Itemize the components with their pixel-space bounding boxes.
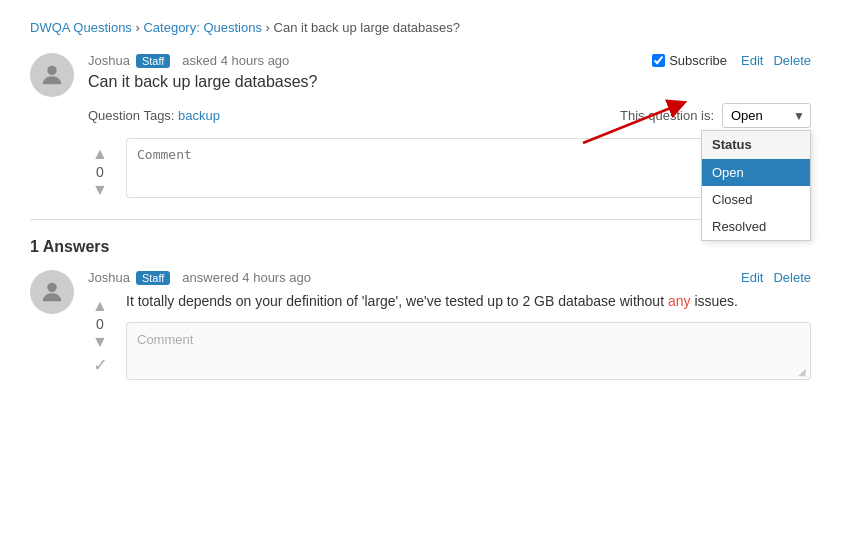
answer-edit-link[interactable]: Edit	[741, 270, 763, 285]
answer-staff-badge: Staff	[136, 271, 170, 285]
answer-comment-wrapper: Comment ◢	[126, 322, 811, 380]
answer-vote-count: 0	[96, 316, 104, 332]
question-edit-link[interactable]: Edit	[741, 53, 763, 68]
tags-label: Question Tags:	[88, 108, 174, 123]
answer-meta-left: Joshua Staff answered 4 hours ago	[88, 270, 311, 285]
subscribe-text: Subscribe	[669, 53, 727, 68]
answer-vote-col: ▲ 0 ▼ ✓	[88, 298, 112, 376]
answer-text-highlight: any	[668, 293, 691, 309]
question-meta-left: Joshua Staff asked 4 hours ago	[88, 53, 289, 68]
question-vote-col: ▲ 0 ▼	[88, 146, 112, 198]
answer-author-name: Joshua	[88, 270, 130, 285]
answer-meta-row: Joshua Staff answered 4 hours ago Edit D…	[88, 270, 811, 285]
answer-comment-placeholder: Comment	[137, 332, 193, 347]
breadcrumb-dwqa[interactable]: DWQA Questions	[30, 20, 132, 35]
breadcrumb-current: Can it back up large databases?	[274, 20, 460, 35]
question-author-name: Joshua	[88, 53, 130, 68]
answer-text-before: It totally depends on your definition of…	[126, 293, 668, 309]
question-delete-link[interactable]: Delete	[773, 53, 811, 68]
answer-delete-link[interactable]: Delete	[773, 270, 811, 285]
answer-text: It totally depends on your definition of…	[126, 290, 811, 312]
question-author-avatar	[30, 53, 74, 97]
question-meta-row: Joshua Staff asked 4 hours ago Subscribe…	[88, 53, 811, 68]
question-post-content: Joshua Staff asked 4 hours ago Subscribe…	[88, 53, 811, 201]
answer-user-icon	[38, 278, 66, 306]
question-staff-badge: Staff	[136, 54, 170, 68]
tag-backup[interactable]: backup	[178, 108, 220, 123]
answer-vote-content: ▲ 0 ▼ ✓ It totally depends on your defin…	[88, 290, 811, 380]
breadcrumb-sep2: ›	[266, 20, 274, 35]
answers-heading: 1 Answers	[30, 238, 811, 256]
dropdown-header: Status	[702, 131, 810, 159]
dropdown-option-open[interactable]: Open	[702, 159, 810, 186]
subscribe-label[interactable]: Subscribe	[652, 53, 727, 68]
question-title: Can it back up large databases?	[88, 73, 811, 91]
question-post: Joshua Staff asked 4 hours ago Subscribe…	[30, 53, 811, 201]
dropdown-option-resolved[interactable]: Resolved	[702, 213, 810, 240]
resize-handle-icon[interactable]: ◢	[798, 367, 808, 377]
question-vote-up[interactable]: ▲	[92, 146, 108, 162]
answer-main-content: It totally depends on your definition of…	[126, 290, 811, 380]
subscribe-checkbox[interactable]	[652, 54, 665, 67]
breadcrumb-category[interactable]: Category: Questions	[143, 20, 262, 35]
answer-comment-inner: Comment	[127, 323, 810, 379]
answer-vote-up[interactable]: ▲	[92, 298, 108, 314]
question-vote-count: 0	[96, 164, 104, 180]
question-actions: Subscribe Edit Delete	[652, 53, 811, 68]
question-tags: Question Tags: backup	[88, 108, 220, 123]
answer-text-after: issues.	[691, 293, 738, 309]
breadcrumb: DWQA Questions › Category: Questions › C…	[30, 20, 811, 35]
answer-meta-time: answered 4 hours ago	[182, 270, 311, 285]
question-vote-down[interactable]: ▼	[92, 182, 108, 198]
answer-author-avatar	[30, 270, 74, 314]
user-icon	[38, 61, 66, 89]
svg-point-0	[47, 66, 56, 75]
answer-post: Joshua Staff answered 4 hours ago Edit D…	[30, 270, 811, 380]
answer-actions: Edit Delete	[741, 270, 811, 285]
dropdown-option-closed[interactable]: Closed	[702, 186, 810, 213]
status-section: This question is: Open Closed Resolved ▼…	[620, 103, 811, 128]
answer-vote-down[interactable]: ▼	[92, 334, 108, 350]
status-label: This question is:	[620, 108, 714, 123]
svg-point-3	[47, 283, 56, 292]
status-dropdown-popup: Status Open Closed Resolved	[701, 130, 811, 241]
question-meta-time: asked 4 hours ago	[182, 53, 289, 68]
status-select[interactable]: Open Closed Resolved	[722, 103, 811, 128]
status-select-wrapper: Open Closed Resolved ▼ Status Open Close…	[722, 103, 811, 128]
answer-check-icon[interactable]: ✓	[93, 354, 108, 376]
question-divider	[30, 219, 811, 220]
question-footer: Question Tags: backup This question is: …	[88, 103, 811, 128]
answer-post-content: Joshua Staff answered 4 hours ago Edit D…	[88, 270, 811, 380]
